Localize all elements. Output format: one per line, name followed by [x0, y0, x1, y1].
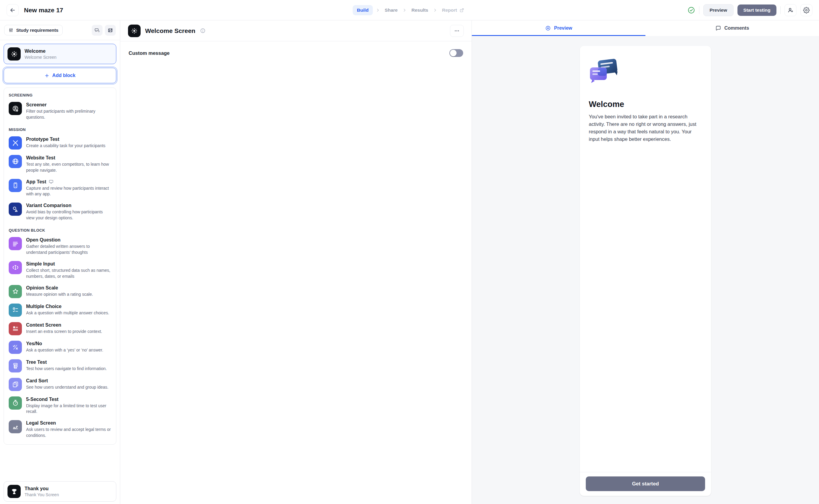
custom-message-toggle[interactable] — [450, 49, 463, 57]
svg-text:0: 0 — [98, 30, 100, 33]
block-item-desc: Measure opinion with a rating scale. — [26, 292, 93, 298]
block-item-desc: Filter out participants with preliminary… — [26, 108, 111, 120]
gear-icon — [803, 7, 810, 13]
get-started-button[interactable]: Get started — [586, 476, 705, 491]
welcome-preview-card: Welcome You've been invited to take part… — [580, 46, 711, 496]
block-item-title: Prototype Test — [26, 137, 105, 142]
preview-button[interactable]: Preview — [703, 4, 734, 16]
section-label-screening: SCREENING — [9, 93, 111, 97]
no-recording-button[interactable] — [105, 25, 116, 36]
globe-icon — [9, 155, 22, 168]
invite-collaborator-button[interactable] — [785, 4, 797, 16]
block-item-prototype-test[interactable]: Prototype Test Create a usability task f… — [8, 134, 112, 152]
block-item-title: Open Question — [26, 237, 111, 243]
comment-icon — [715, 25, 721, 31]
block-item-title: Tree Test — [26, 360, 107, 365]
block-item-title: Card Sort — [26, 378, 108, 384]
block-item-desc: Ask a question with a ‘yes’ or ‘no’ answ… — [26, 347, 103, 353]
plus-icon — [44, 73, 49, 78]
trophy-icon — [7, 485, 21, 498]
block-item-context-screen[interactable]: Context Screen Insert an extra screen to… — [8, 319, 112, 338]
external-link-icon — [459, 7, 465, 13]
study-requirements-button[interactable]: Study requirements — [4, 25, 63, 35]
page-title: New maze 17 — [24, 7, 63, 14]
thank-you-block-card[interactable]: Thank you Thank You Screen — [4, 481, 116, 502]
editor-header: Welcome Screen — [120, 20, 472, 41]
block-item-app-test[interactable]: App Test Capture and review how particip… — [8, 176, 112, 200]
sidebar-header: Study requirements 0 — [0, 20, 120, 40]
block-item-title: Opinion Scale — [26, 285, 93, 291]
sun-icon — [128, 25, 141, 37]
editor-title: Welcome Screen — [145, 27, 195, 34]
block-item-desc: See how users understand and group ideas… — [26, 384, 108, 390]
block-item-opinion-scale[interactable]: Opinion Scale Measure opinion with a rat… — [8, 282, 112, 301]
sliders-icon — [8, 28, 13, 33]
prototype-icon — [9, 136, 22, 150]
block-item-desc: Gather detailed written answers to under… — [26, 244, 111, 256]
thank-you-wrap: Thank you Thank You Screen — [0, 478, 120, 504]
preview-heading: Welcome — [589, 100, 702, 109]
block-item-desc: Ask a question with multiple answer choi… — [26, 310, 109, 316]
breadcrumb-share[interactable]: Share — [383, 5, 399, 15]
preview-body-text: You've been invited to take part in a re… — [589, 113, 702, 143]
block-item-multiple-choice[interactable]: Multiple Choice Ask a question with mult… — [8, 301, 112, 319]
active-tab-underline — [472, 35, 645, 36]
custom-message-label: Custom message — [129, 50, 170, 56]
breadcrumb-report[interactable]: Report — [440, 5, 466, 15]
block-item-website-test[interactable]: Website Test Test any site, even competi… — [8, 152, 112, 176]
divider — [780, 6, 781, 14]
preview-body: Welcome You've been invited to take part… — [472, 36, 819, 504]
add-block-button[interactable]: Add block — [4, 68, 116, 83]
comments-count-button[interactable]: 0 — [92, 25, 102, 36]
block-item-desc: Collect short, structured data such as n… — [26, 268, 111, 280]
block-options-button[interactable] — [450, 25, 464, 37]
settings-button[interactable] — [800, 4, 812, 16]
tab-preview[interactable]: Preview — [472, 20, 645, 36]
block-item-five-second-test[interactable]: 5-Second Test Display image for a limite… — [8, 394, 112, 418]
block-library: SCREENING Screener Filter out participan… — [4, 87, 116, 445]
breadcrumb: Build Share Results Report — [353, 0, 467, 20]
star-icon — [9, 285, 22, 298]
chevron-right-icon — [433, 8, 438, 13]
check-cross-icon — [9, 341, 22, 354]
sidebar-scroll-area[interactable]: Welcome Welcome Screen Add block SCREENI… — [0, 40, 120, 478]
cards-icon — [9, 378, 22, 391]
chat-bubbles-illustration — [589, 58, 702, 87]
block-item-open-question[interactable]: Open Question Gather detailed written an… — [8, 234, 112, 258]
block-item-desc: Test how users navigate to find informat… — [26, 366, 107, 372]
block-item-simple-input[interactable]: Simple Input Collect short, structured d… — [8, 258, 112, 282]
block-editor: Welcome Screen Custom message — [120, 20, 472, 504]
breadcrumb-build[interactable]: Build — [353, 5, 373, 15]
block-item-desc: Capture and review how participants inte… — [26, 185, 111, 197]
chevron-right-icon — [402, 8, 407, 13]
tree-icon — [9, 359, 22, 372]
preview-tabs: Preview Comments — [472, 20, 819, 36]
status-check-icon — [687, 6, 695, 14]
start-testing-button[interactable]: Start testing — [737, 4, 776, 16]
block-item-desc: Insert an extra screen to provide contex… — [26, 329, 102, 335]
block-item-tree-test[interactable]: Tree Test Test how users navigate to fin… — [8, 357, 112, 375]
back-button[interactable] — [7, 4, 19, 16]
tab-comments[interactable]: Comments — [645, 20, 819, 36]
block-item-title: 5-Second Test — [26, 397, 111, 402]
signature-icon — [9, 420, 22, 433]
welcome-block-card[interactable]: Welcome Welcome Screen — [4, 44, 116, 64]
block-item-card-sort[interactable]: Card Sort See how users understand and g… — [8, 375, 112, 394]
block-item-legal-screen[interactable]: Legal Screen Ask users to review and acc… — [8, 417, 112, 441]
block-item-title: Screener — [26, 102, 111, 108]
thank-you-block-subtitle: Thank You Screen — [25, 492, 59, 497]
block-item-variant-comparison[interactable]: Variant Comparison Avoid bias by control… — [8, 200, 112, 224]
info-icon[interactable] — [200, 28, 206, 34]
block-item-screener[interactable]: Screener Filter out participants with pr… — [8, 99, 112, 123]
topbar-actions: Preview Start testing — [687, 4, 812, 16]
section-label-mission: MISSION — [9, 127, 111, 132]
breadcrumb-results[interactable]: Results — [410, 5, 430, 15]
block-item-title: Variant Comparison — [26, 203, 111, 208]
custom-message-row: Custom message — [120, 41, 472, 65]
stopwatch-icon — [9, 396, 22, 410]
block-item-yes-no[interactable]: Yes/No Ask a question with a ‘yes’ or ‘n… — [8, 338, 112, 357]
app-window: New maze 17 Build Share Results Report P… — [0, 0, 819, 504]
back-arrow-icon — [9, 7, 16, 13]
block-item-title: Yes/No — [26, 341, 103, 346]
blocks-sidebar: Study requirements 0 — [0, 20, 120, 504]
